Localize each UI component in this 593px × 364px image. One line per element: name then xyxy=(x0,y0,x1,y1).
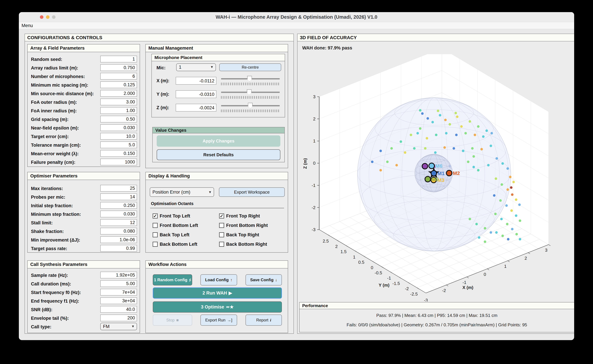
param-label: Grid spacing (m): xyxy=(31,117,69,122)
stop-button[interactable]: Stop■ xyxy=(153,315,192,326)
param-value-input[interactable]: 1.0e-06 xyxy=(100,236,137,243)
param-value-input[interactable]: 0.750 xyxy=(100,64,137,71)
checkbox-unchecked[interactable] xyxy=(153,223,158,228)
param-value-input[interactable]: 200 xyxy=(100,315,137,321)
menu-item[interactable]: Menu xyxy=(21,23,33,28)
param-row: End frequency f1 (Hz):3e+04 xyxy=(28,297,140,306)
export-run-button[interactable]: Export Run→] xyxy=(200,315,237,326)
param-value-input[interactable]: 7e+04 xyxy=(100,289,137,296)
svg-text:M5: M5 xyxy=(431,176,438,182)
random-config-button[interactable]: 1 Random Config♯ xyxy=(153,274,192,286)
checkbox-checked[interactable]: ✓ xyxy=(153,214,158,219)
checkbox-unchecked[interactable] xyxy=(219,223,224,228)
grid-error-point xyxy=(455,112,457,114)
grid-error-point xyxy=(493,194,495,197)
param-label: Target pass rate: xyxy=(31,246,67,251)
param-label: Minimum step fraction: xyxy=(31,212,81,217)
param-value-input[interactable]: 3.00 xyxy=(100,98,137,105)
metric-dropdown[interactable]: Position Error (cm)▼ xyxy=(150,187,214,197)
octant-checkbox-row[interactable]: Back Bottom Right xyxy=(219,240,286,249)
octant-label: Back Bottom Right xyxy=(226,242,267,247)
param-row: Target error (cm):10.0 xyxy=(28,132,140,141)
call-type-dropdown[interactable]: FM▼ xyxy=(100,323,137,330)
param-value-input[interactable]: 0.250 xyxy=(100,202,137,209)
axis-label: X (m): xyxy=(156,78,169,84)
checkbox-unchecked[interactable] xyxy=(153,242,158,247)
param-value-input[interactable]: 0.125 xyxy=(100,81,137,88)
save-config-button[interactable]: Save Config↓ xyxy=(246,274,282,286)
param-value-input[interactable]: 2.000 xyxy=(100,90,137,97)
param-value-input[interactable]: 0.99 xyxy=(100,245,137,252)
param-row: Max iterations:25 xyxy=(28,184,140,193)
octant-checkbox-row[interactable]: Back Bottom Left xyxy=(153,240,219,249)
grid-error-point xyxy=(424,147,427,150)
param-value-input[interactable]: 6 xyxy=(100,73,137,79)
param-value-input[interactable]: 0.080 xyxy=(100,228,137,234)
mic-select-dropdown[interactable]: 1▼ xyxy=(176,63,216,71)
param-value-input[interactable]: 1.92e+05 xyxy=(100,272,137,278)
param-value-input[interactable]: 0.150 xyxy=(100,150,137,157)
octant-checkbox-row[interactable]: Back Top Left xyxy=(153,230,219,240)
param-value-input[interactable]: 25 xyxy=(100,185,137,192)
checkbox-unchecked[interactable] xyxy=(219,232,224,237)
param-value-input[interactable]: 5.0 xyxy=(100,142,137,148)
microphone-placement-panel: Microphone Placement Mic: 1▼ Re-centre X… xyxy=(151,54,285,117)
svg-text:0: 0 xyxy=(313,161,315,166)
octant-checkbox-row[interactable]: ✓Front Top Right xyxy=(219,211,286,221)
checkbox-checked[interactable]: ✓ xyxy=(219,214,224,219)
report-button[interactable]: Reporti xyxy=(246,315,282,326)
param-row: Grid spacing (m):0.50 xyxy=(28,115,140,124)
performance-panel: Performance Pass: 97.9% | Mean: 6.43 cm … xyxy=(299,302,574,332)
param-value-input[interactable]: 0.50 xyxy=(100,116,137,123)
performance-title: Performance xyxy=(300,302,574,309)
octant-checkbox-row[interactable]: Front Bottom Right xyxy=(219,221,286,230)
grid-error-point xyxy=(473,155,475,158)
checkbox-unchecked[interactable] xyxy=(219,242,224,247)
param-value-input[interactable]: 5.00 xyxy=(100,280,137,287)
octant-checkbox-row[interactable]: ✓Front Top Left xyxy=(153,211,219,221)
optimise-button[interactable]: 3 Optimise≂★ xyxy=(153,301,282,312)
octant-checkbox-row[interactable]: Back Top Right xyxy=(219,230,286,240)
param-value-input[interactable]: 0.030 xyxy=(100,124,137,131)
param-value-input[interactable]: 14 xyxy=(100,194,137,200)
axis-slider[interactable] xyxy=(221,76,280,86)
param-value-input[interactable]: 10.0 xyxy=(100,133,137,140)
param-value-input[interactable]: 12 xyxy=(100,219,137,226)
param-value-input[interactable]: 40.0 xyxy=(100,306,137,313)
octant-checkbox-row[interactable]: Front Bottom Left xyxy=(153,221,219,230)
apply-changes-button[interactable]: Apply Changes xyxy=(157,135,280,147)
grid-error-point xyxy=(426,137,428,140)
axis-value-input[interactable]: -0.0024 xyxy=(176,104,216,111)
grid-error-point xyxy=(419,127,422,130)
load-config-button[interactable]: Load Config↑ xyxy=(200,274,237,286)
axis-slider[interactable] xyxy=(221,103,280,113)
axis-value-input[interactable]: -0.0310 xyxy=(176,90,216,98)
svg-text:0: 0 xyxy=(484,272,486,277)
param-value-input[interactable]: 1 xyxy=(100,56,137,62)
param-value-input[interactable]: 3e+04 xyxy=(100,297,137,304)
param-value-input[interactable]: 1000 xyxy=(100,159,137,165)
grid-error-point xyxy=(473,166,475,168)
axis-slider[interactable] xyxy=(221,89,280,99)
accuracy-3d-plot[interactable]: 3210-1-2-3Z (m)M1M2M3M4M5M62.521.510.50-… xyxy=(300,54,551,301)
param-row: Probes per mic:14 xyxy=(28,193,140,202)
param-label: Tolerance margin (cm): xyxy=(31,143,81,148)
svg-text:1: 1 xyxy=(504,264,507,269)
param-row: Near-field epsilon (m):0.030 xyxy=(28,124,140,132)
run-wah-button[interactable]: 2 Run WAH▶ xyxy=(153,287,282,299)
grid-error-point xyxy=(435,134,437,136)
grid-error-point xyxy=(395,164,398,167)
checkbox-unchecked[interactable] xyxy=(153,232,158,237)
recentre-button[interactable]: Re-centre xyxy=(219,63,281,71)
param-value-input[interactable]: 1.00 xyxy=(100,107,137,114)
reset-defaults-button[interactable]: Reset Defaults xyxy=(157,149,280,160)
export-workspace-button[interactable]: Export Workspace xyxy=(219,187,285,197)
param-value-input[interactable]: 0.030 xyxy=(100,211,137,217)
grid-error-point xyxy=(494,213,497,215)
slider-thumb[interactable] xyxy=(247,89,252,95)
axis-value-input[interactable]: -0.0112 xyxy=(176,77,216,84)
slider-thumb[interactable] xyxy=(248,103,253,109)
svg-text:3: 3 xyxy=(545,247,547,253)
slider-thumb[interactable] xyxy=(247,76,252,82)
optimiser-parameters-panel: Optimiser Parameters Max iterations:25Pr… xyxy=(27,172,140,253)
